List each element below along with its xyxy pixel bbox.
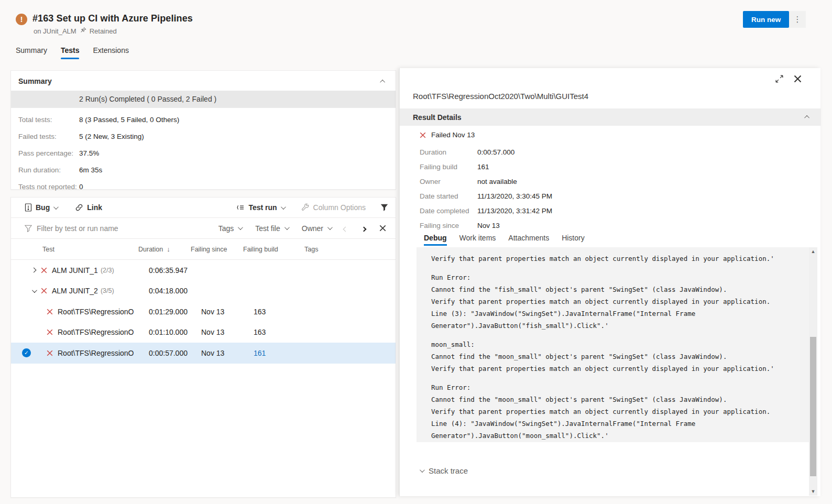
test-row-alm-junit-2[interactable]: ALM JUNIT_2 (3/5) 0:04:18.000: [11, 281, 396, 302]
bug-button[interactable]: Bug: [25, 203, 57, 212]
group-by-label: Test run: [248, 203, 277, 212]
field-value: not available: [477, 178, 517, 185]
group-by-button[interactable]: Test run: [236, 203, 284, 212]
column-header-failing-since[interactable]: Failing since: [191, 246, 243, 253]
test-row-alm-junit-1[interactable]: ALM JUNIT_1 (2/3) 0:06:35.947: [11, 260, 396, 281]
next-page-icon[interactable]: [362, 224, 366, 233]
stat-value: 8 (3 Passed, 5 Failed, 0 Others): [79, 116, 179, 124]
collapse-row-icon[interactable]: [32, 288, 37, 293]
detail-tab-debug[interactable]: Debug: [424, 234, 447, 246]
column-header-failing-build[interactable]: Failing build: [243, 246, 304, 253]
result-detail-panel: Root\TFS\RegressionOct2020\Two\Multi\GUI…: [399, 68, 820, 496]
debug-paragraph: Run Error: Cannot find the "moon_small" …: [431, 381, 798, 442]
test-row-guitest-3[interactable]: Root\TFS\RegressionO 0:01:10.000 Nov 13 …: [11, 322, 396, 343]
expand-row-icon[interactable]: [31, 268, 37, 273]
link-label: Link: [87, 203, 102, 212]
detail-scrollbar[interactable]: ▲ ▼: [809, 247, 817, 496]
field-owner: Owner not available: [420, 174, 713, 189]
sort-desc-icon: ↓: [167, 245, 170, 253]
failing-since-cell: Nov 13: [201, 328, 254, 336]
status-text: Failed Nov 13: [431, 131, 475, 139]
stat-run-duration: Run duration: 6m 35s: [11, 161, 396, 178]
build-tabs: Summary Tests Extensions: [16, 46, 129, 59]
test-row-guitest-2[interactable]: Root\TFS\RegressionO 0:01:29.000 Nov 13 …: [11, 301, 396, 322]
failing-build-link[interactable]: 161: [477, 163, 489, 171]
filter-dropdown-tags[interactable]: Tags: [218, 224, 242, 233]
pipeline-name: on JUnit_ALM: [34, 27, 76, 35]
tab-summary[interactable]: Summary: [16, 46, 47, 59]
pass-fraction: (2/3): [101, 267, 114, 274]
stat-label: Failed tests:: [18, 133, 79, 140]
stat-label: Total tests:: [18, 116, 79, 124]
field-failing-since: Failing since Nov 13: [420, 218, 713, 233]
debug-paragraph: Verify that parent properties match an o…: [431, 253, 798, 265]
debug-output: Verify that parent properties match an o…: [417, 247, 809, 442]
scrollbar-thumb[interactable]: [810, 337, 816, 476]
chevron-down-icon: [284, 225, 290, 230]
failing-build-link[interactable]: 161: [254, 349, 315, 357]
clear-filter-icon[interactable]: [379, 225, 386, 232]
detail-tab-history[interactable]: History: [562, 234, 585, 246]
tab-tests[interactable]: Tests: [61, 46, 80, 59]
field-value: 0:00:57.000: [477, 148, 514, 156]
more-actions-button[interactable]: ⋮: [789, 11, 806, 28]
column-header-duration[interactable]: Duration ↓: [138, 245, 191, 253]
chevron-down-icon: [238, 225, 243, 230]
stack-trace-toggle[interactable]: Stack trace: [420, 466, 468, 475]
filter-dropdown-owner[interactable]: Owner: [302, 224, 331, 233]
field-failing-build: Failing build 161: [420, 159, 713, 174]
scroll-down-icon[interactable]: ▼: [809, 489, 817, 494]
stat-value: 6m 35s: [79, 166, 102, 174]
column-header-test[interactable]: Test: [11, 246, 138, 253]
test-name: Root\TFS\RegressionO: [58, 349, 134, 357]
collapse-details-icon[interactable]: [804, 115, 809, 120]
build-warning-icon: !: [16, 14, 27, 25]
field-date-completed: Date completed 11/13/2020, 3:31:42 PM: [420, 203, 713, 218]
collapse-summary-icon[interactable]: [380, 79, 385, 84]
field-label: Owner: [420, 178, 477, 185]
test-name: ALM JUNIT_2: [52, 287, 98, 295]
column-header-tags[interactable]: Tags: [304, 246, 318, 253]
detail-tab-attachments[interactable]: Attachments: [508, 234, 549, 246]
test-row-guitest-4-selected[interactable]: ✓ Root\TFS\RegressionO 0:00:57.000 Nov 1…: [11, 343, 396, 364]
result-details-header: Result Details: [413, 113, 462, 122]
run-new-button[interactable]: Run new: [743, 11, 789, 28]
dropdown-label: Test file: [255, 224, 280, 233]
filter-funnel-icon: [25, 225, 32, 232]
test-results-card: Bug Link Test run Column Options: [10, 197, 396, 498]
column-options-label: Column Options: [313, 203, 366, 212]
summary-header: Summary: [18, 77, 52, 85]
field-label: Duration: [420, 148, 477, 156]
failed-icon: [41, 267, 47, 273]
link-button[interactable]: Link: [75, 203, 102, 212]
failing-build-cell: 163: [254, 328, 315, 336]
column-options-button[interactable]: Column Options: [301, 203, 366, 212]
duration-cell: 0:01:29.000: [149, 308, 201, 316]
stat-tests-not-reported: Tests not reported: 0: [11, 178, 396, 195]
stat-label: Run duration:: [18, 166, 79, 174]
field-duration: Duration 0:00:57.000: [420, 145, 713, 159]
stat-total-tests: Total tests: 8 (3 Passed, 5 Failed, 0 Ot…: [11, 111, 396, 128]
group-by-icon: [236, 204, 245, 211]
wrench-icon: [301, 203, 310, 212]
scroll-up-icon[interactable]: ▲: [809, 249, 817, 254]
filter-input[interactable]: Filter by test or run name: [37, 224, 118, 233]
retained-label: Retained: [90, 27, 117, 35]
prev-page-icon[interactable]: [344, 224, 347, 233]
expand-panel-icon[interactable]: [775, 74, 784, 85]
stat-value: 5 (2 New, 3 Existing): [79, 133, 144, 140]
close-panel-icon[interactable]: [794, 75, 802, 84]
detail-tab-work-items[interactable]: Work items: [459, 234, 496, 246]
summary-card: Summary 2 Run(s) Completed ( 0 Passed, 2…: [10, 70, 396, 190]
failed-icon: [47, 329, 53, 335]
tab-extensions[interactable]: Extensions: [93, 46, 128, 59]
debug-paragraph: Run Error: Cannot find the "fish_small" …: [431, 271, 798, 332]
filter-toggle-button[interactable]: [380, 204, 388, 211]
failed-icon: [41, 288, 47, 294]
field-value: 11/13/2020, 3:30:45 PM: [477, 192, 552, 200]
filter-dropdown-test-file[interactable]: Test file: [255, 224, 288, 233]
failed-icon: [420, 132, 426, 138]
duration-cell: 0:04:18.000: [149, 287, 201, 295]
chevron-down-icon: [420, 467, 425, 473]
field-label: Failing since: [420, 222, 477, 229]
